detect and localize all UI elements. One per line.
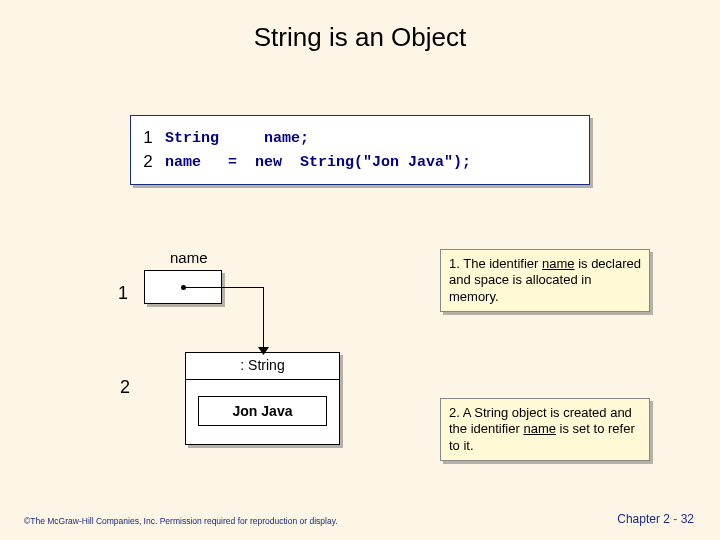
slide-title: String is an Object xyxy=(0,0,720,53)
callout-underlined: name xyxy=(542,256,575,271)
callout-underlined: name xyxy=(523,421,556,436)
object-body: Jon Java xyxy=(186,380,339,444)
code-block: 1 String name; 2 name = new String("Jon … xyxy=(130,115,590,185)
callout-box: 1. The identifier name is declared and s… xyxy=(440,249,650,312)
diagram-number: 1 xyxy=(118,283,128,304)
arrowhead-icon xyxy=(258,347,269,355)
chapter-page: 32 xyxy=(677,512,694,526)
reference-line xyxy=(183,287,263,288)
object-box: : String Jon Java xyxy=(185,352,340,445)
diagram-number: 2 xyxy=(120,377,130,398)
callout-box: 2. A String object is created and the id… xyxy=(440,398,650,461)
code-text: String name; xyxy=(165,130,589,147)
variable-label: name xyxy=(170,249,208,266)
line-number: 2 xyxy=(131,152,165,172)
code-row: 2 name = new String("Jon Java"); xyxy=(131,150,589,174)
line-number: 1 xyxy=(131,128,165,148)
code-row: 1 String name; xyxy=(131,126,589,150)
code-text: name = new String("Jon Java"); xyxy=(165,154,589,171)
reference-line xyxy=(263,287,264,353)
footer-copyright: ©The McGraw-Hill Companies, Inc. Permiss… xyxy=(24,516,338,526)
object-value: Jon Java xyxy=(198,396,327,426)
footer-chapter: Chapter 2 - 32 xyxy=(617,512,694,526)
chapter-prefix: Chapter 2 xyxy=(617,512,673,526)
svg-marker-0 xyxy=(258,347,269,355)
callout-text: 1. The identifier xyxy=(449,256,542,271)
object-type-label: : String xyxy=(186,353,339,380)
